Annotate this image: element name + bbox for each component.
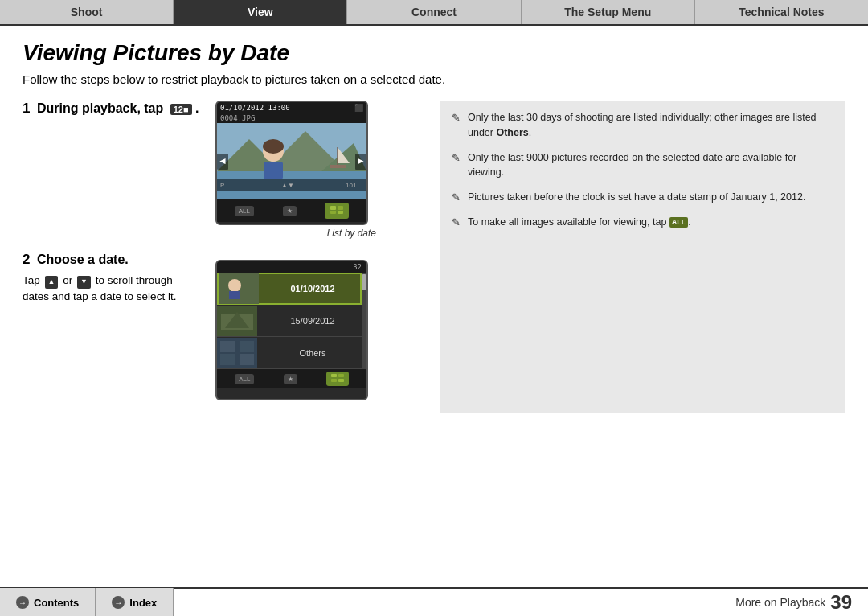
step-2-heading: 2 Choose a date. (23, 252, 199, 268)
note-1-text: Only the last 30 days of shooting are li… (468, 112, 817, 138)
page-title: Viewing Pictures by Date (23, 40, 845, 66)
screen2-date-list-area: 01/10/2012 (217, 273, 366, 369)
step-1-text: 1 During playback, tap 12■ . (23, 101, 199, 117)
footer-right: More on Playback 39 (362, 591, 868, 614)
step-2-image: 32 (215, 252, 376, 400)
steps-column: 1 During playback, tap 12■ . 01/10/2012 … (23, 101, 440, 413)
svg-rect-33 (220, 354, 235, 365)
nav-view[interactable]: View (174, 0, 347, 24)
svg-rect-23 (338, 211, 343, 214)
svg-text:101: 101 (346, 182, 357, 189)
main-content: Viewing Pictures by Date Follow the step… (0, 26, 868, 587)
screen1-toolbar: ALL ★ (217, 199, 366, 222)
date-thumb-3 (217, 338, 257, 368)
toolbar2-date-btn (326, 372, 349, 386)
svg-rect-38 (331, 379, 337, 382)
svg-rect-26 (229, 291, 240, 299)
note-pencil-icon-4: ✎ (452, 215, 461, 231)
up-arrow-icon: ▲ (45, 276, 59, 289)
svg-rect-31 (220, 341, 235, 352)
toolbar-star-btn: ★ (283, 206, 297, 216)
note-3: ✎ Pictures taken before the clock is set… (452, 190, 834, 205)
more-on-label: More on Playback (735, 596, 825, 609)
note-2: ✎ Only the last 9000 pictures recorded o… (452, 150, 834, 181)
screen1-illustration: ◄ ► P ▲▼ 101 (217, 123, 366, 199)
screen2-header: 32 (217, 261, 366, 273)
note-4: ✎ To make all images available for viewi… (452, 215, 834, 230)
svg-text:▲▼: ▲▼ (281, 182, 294, 189)
page-number: 39 (830, 591, 852, 614)
step-1-image: 01/10/2012 13:00 ⬛ 0004.JPG (215, 101, 376, 239)
toolbar2-all-btn: ALL (235, 374, 254, 384)
step1-icon-badge: 12■ (170, 104, 192, 115)
content-area: 1 During playback, tap 12■ . 01/10/2012 … (23, 101, 845, 413)
svg-rect-22 (330, 211, 336, 214)
footer: → Contents → Index More on Playback 39 (0, 587, 868, 616)
svg-rect-37 (338, 374, 344, 377)
svg-point-25 (228, 279, 241, 292)
note-pencil-icon-2: ✎ (452, 150, 461, 166)
date-label-others: Others (257, 348, 362, 358)
note-4-text: To make all images available for viewing… (468, 216, 691, 228)
step-1: 1 During playback, tap 12■ . 01/10/2012 … (23, 101, 440, 239)
toolbar-date-btn (325, 203, 349, 219)
toolbar2-star-btn: ★ (284, 374, 297, 384)
note-pencil-icon-3: ✎ (452, 190, 461, 206)
screen2-list: 01/10/2012 (217, 273, 362, 369)
camera-screen-1: 01/10/2012 13:00 ⬛ 0004.JPG (215, 101, 368, 225)
contents-button[interactable]: → Contents (0, 588, 96, 616)
screen2-toolbar: ALL ★ (217, 369, 366, 388)
camera-screen-2: 32 (215, 260, 368, 400)
index-button[interactable]: → Index (96, 588, 174, 616)
screen1-image-area: ◄ ► P ▲▼ 101 (217, 123, 366, 199)
navigation-bar: Shoot View Connect The Setup Menu Techni… (0, 0, 868, 26)
notes-column: ✎ Only the last 30 days of shooting are … (440, 101, 845, 413)
date-row-1: 01/10/2012 (217, 273, 362, 305)
date-row-2: 15/09/2012 (217, 305, 362, 337)
scrollbar (362, 273, 366, 369)
nav-connect[interactable]: Connect (347, 0, 521, 24)
date-thumb-1 (219, 273, 259, 304)
svg-rect-9 (264, 162, 283, 179)
svg-text:►: ► (356, 155, 366, 166)
nav-setup-menu[interactable]: The Setup Menu (522, 0, 695, 24)
svg-text:P: P (220, 182, 224, 189)
note-1: ✎ Only the last 30 days of shooting are … (452, 110, 834, 141)
date-label-2: 15/09/2012 (257, 316, 362, 326)
note-3-text: Pictures taken before the clock is set h… (468, 191, 805, 203)
step-2-body: Tap ▲ or ▼ to scroll through dates and t… (23, 273, 199, 306)
svg-rect-32 (240, 341, 254, 352)
svg-rect-39 (338, 379, 344, 382)
down-arrow-icon: ▼ (77, 276, 91, 289)
scrollbar-thumb (362, 274, 366, 290)
step-2: 2 Choose a date. Tap ▲ or ▼ to scroll th… (23, 252, 440, 400)
svg-point-10 (263, 139, 284, 154)
date-thumb-2 (217, 306, 257, 336)
date-row-3: Others (217, 337, 362, 369)
screen1-caption: List by date (215, 228, 376, 239)
svg-text:◄: ◄ (218, 155, 227, 166)
date-label-1: 01/10/2012 (259, 284, 360, 294)
svg-rect-36 (331, 374, 337, 377)
nav-shoot[interactable]: Shoot (0, 0, 174, 24)
step-1-heading: 1 During playback, tap 12■ . (23, 101, 199, 117)
nav-technical-notes[interactable]: Technical Notes (695, 0, 868, 24)
note-2-text: Only the last 9000 pictures recorded on … (468, 152, 796, 179)
screen1-filename: 0004.JPG (217, 113, 366, 123)
svg-rect-20 (330, 206, 336, 210)
index-arrow-icon: → (112, 596, 125, 609)
contents-arrow-icon: → (16, 596, 29, 609)
toolbar-all-btn: ALL (235, 206, 254, 216)
all-badge: ALL (669, 217, 689, 228)
page-subtitle: Follow the steps below to restrict playb… (23, 72, 845, 86)
svg-rect-21 (338, 206, 343, 210)
step-2-text: 2 Choose a date. Tap ▲ or ▼ to scroll th… (23, 252, 199, 306)
note-pencil-icon-1: ✎ (452, 110, 461, 126)
svg-rect-5 (330, 165, 346, 168)
screen1-header: 01/10/2012 13:00 ⬛ (217, 102, 366, 113)
svg-rect-34 (240, 354, 254, 365)
footer-left: → Contents → Index (0, 588, 362, 616)
